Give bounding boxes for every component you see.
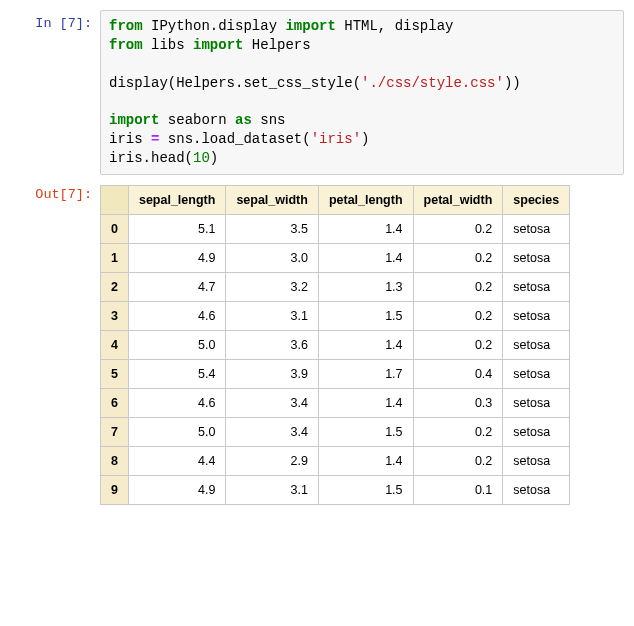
- cell-petal_length: 1.4: [318, 331, 413, 360]
- cell-sepal_width: 3.1: [226, 302, 319, 331]
- cell-species: setosa: [503, 476, 570, 505]
- col-header: petal_length: [318, 186, 413, 215]
- string-literal: 'iris': [311, 131, 361, 147]
- cell-sepal_length: 4.6: [128, 302, 225, 331]
- keyword-from: from: [109, 37, 143, 53]
- keyword-import: import: [285, 18, 335, 34]
- cell-sepal_length: 4.4: [128, 447, 225, 476]
- row-index: 1: [101, 244, 129, 273]
- dataframe-table: sepal_length sepal_width petal_length pe…: [100, 185, 570, 505]
- code-input[interactable]: from IPython.display import HTML, displa…: [100, 10, 624, 175]
- row-index: 8: [101, 447, 129, 476]
- cell-sepal_length: 4.6: [128, 389, 225, 418]
- table-row: 75.03.41.50.2setosa: [101, 418, 570, 447]
- cell-petal_length: 1.5: [318, 418, 413, 447]
- keyword-as: as: [235, 112, 252, 128]
- cell-petal_length: 1.5: [318, 302, 413, 331]
- cell-species: setosa: [503, 360, 570, 389]
- cell-species: setosa: [503, 331, 570, 360]
- table-row: 24.73.21.30.2setosa: [101, 273, 570, 302]
- cell-petal_length: 1.5: [318, 476, 413, 505]
- cell-species: setosa: [503, 273, 570, 302]
- cell-sepal_length: 5.4: [128, 360, 225, 389]
- header-row: sepal_length sepal_width petal_length pe…: [101, 186, 570, 215]
- row-index: 4: [101, 331, 129, 360]
- cell-sepal_width: 3.9: [226, 360, 319, 389]
- output-cell: Out[7]: sepal_length sepal_width petal_l…: [10, 181, 624, 505]
- cell-petal_length: 1.4: [318, 447, 413, 476]
- cell-sepal_width: 3.1: [226, 476, 319, 505]
- cell-sepal_length: 5.0: [128, 331, 225, 360]
- input-cell: In [7]: from IPython.display import HTML…: [10, 10, 624, 175]
- table-row: 14.93.01.40.2setosa: [101, 244, 570, 273]
- table-row: 45.03.61.40.2setosa: [101, 331, 570, 360]
- cell-petal_length: 1.3: [318, 273, 413, 302]
- cell-sepal_width: 3.4: [226, 418, 319, 447]
- cell-sepal_width: 3.2: [226, 273, 319, 302]
- col-header: petal_width: [413, 186, 503, 215]
- cell-sepal_length: 4.7: [128, 273, 225, 302]
- cell-petal_width: 0.2: [413, 302, 503, 331]
- table-body: 05.13.51.40.2setosa14.93.01.40.2setosa24…: [101, 215, 570, 505]
- table-row: 84.42.91.40.2setosa: [101, 447, 570, 476]
- col-header: sepal_width: [226, 186, 319, 215]
- cell-sepal_length: 4.9: [128, 244, 225, 273]
- cell-petal_width: 0.2: [413, 331, 503, 360]
- cell-species: setosa: [503, 244, 570, 273]
- row-index: 2: [101, 273, 129, 302]
- keyword-import: import: [109, 112, 159, 128]
- row-index: 3: [101, 302, 129, 331]
- table-row: 05.13.51.40.2setosa: [101, 215, 570, 244]
- cell-sepal_width: 3.6: [226, 331, 319, 360]
- cell-species: setosa: [503, 302, 570, 331]
- cell-sepal_length: 5.1: [128, 215, 225, 244]
- cell-species: setosa: [503, 418, 570, 447]
- cell-petal_length: 1.4: [318, 215, 413, 244]
- output-area: sepal_length sepal_width petal_length pe…: [100, 181, 624, 505]
- cell-petal_width: 0.2: [413, 447, 503, 476]
- cell-sepal_length: 4.9: [128, 476, 225, 505]
- row-index: 6: [101, 389, 129, 418]
- cell-sepal_width: 3.5: [226, 215, 319, 244]
- col-header: sepal_length: [128, 186, 225, 215]
- cell-species: setosa: [503, 447, 570, 476]
- output-prompt: Out[7]:: [10, 181, 100, 202]
- cell-sepal_length: 5.0: [128, 418, 225, 447]
- row-index: 7: [101, 418, 129, 447]
- index-header: [101, 186, 129, 215]
- cell-petal_width: 0.2: [413, 273, 503, 302]
- cell-sepal_width: 3.0: [226, 244, 319, 273]
- cell-petal_length: 1.4: [318, 244, 413, 273]
- cell-petal_width: 0.3: [413, 389, 503, 418]
- cell-petal_length: 1.4: [318, 389, 413, 418]
- keyword-from: from: [109, 18, 143, 34]
- cell-species: setosa: [503, 389, 570, 418]
- input-prompt: In [7]:: [10, 10, 100, 31]
- row-index: 0: [101, 215, 129, 244]
- table-row: 55.43.91.70.4setosa: [101, 360, 570, 389]
- table-header: sepal_length sepal_width petal_length pe…: [101, 186, 570, 215]
- cell-species: setosa: [503, 215, 570, 244]
- cell-petal_width: 0.2: [413, 215, 503, 244]
- table-row: 64.63.41.40.3setosa: [101, 389, 570, 418]
- cell-petal_width: 0.4: [413, 360, 503, 389]
- row-index: 5: [101, 360, 129, 389]
- number-literal: 10: [193, 150, 210, 166]
- cell-sepal_width: 2.9: [226, 447, 319, 476]
- cell-petal_width: 0.1: [413, 476, 503, 505]
- string-literal: './css/style.css': [361, 75, 504, 91]
- row-index: 9: [101, 476, 129, 505]
- cell-petal_length: 1.7: [318, 360, 413, 389]
- cell-petal_width: 0.2: [413, 244, 503, 273]
- cell-petal_width: 0.2: [413, 418, 503, 447]
- cell-sepal_width: 3.4: [226, 389, 319, 418]
- table-row: 34.63.11.50.2setosa: [101, 302, 570, 331]
- keyword-import: import: [193, 37, 243, 53]
- col-header: species: [503, 186, 570, 215]
- table-row: 94.93.11.50.1setosa: [101, 476, 570, 505]
